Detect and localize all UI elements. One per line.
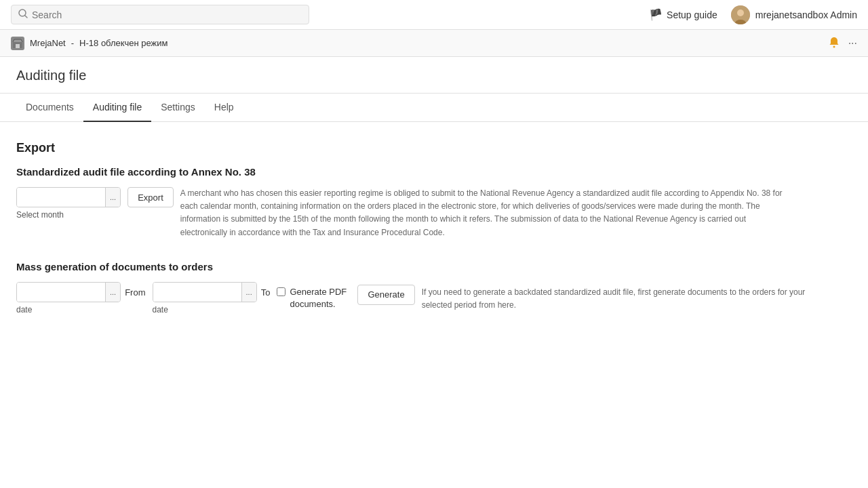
tab-documents[interactable]: Documents (16, 94, 83, 122)
flag-icon: 🏴 (649, 8, 663, 21)
store-bar-right: ··· (828, 36, 857, 51)
to-label: To (261, 282, 271, 298)
setup-guide-label: Setup guide (667, 9, 717, 20)
select-month-label: Select month (16, 210, 121, 220)
to-date-input-wrap: ... date (153, 282, 257, 314)
svg-point-3 (737, 9, 744, 16)
bell-icon[interactable] (828, 36, 840, 51)
setup-guide-link[interactable]: 🏴 Setup guide (649, 8, 717, 21)
top-navbar: 🏴 Setup guide mrejanetsandbox Admin (0, 0, 868, 30)
search-bar[interactable] (11, 5, 309, 24)
month-select-input[interactable]: ... (16, 187, 121, 207)
mass-gen-title: Mass generation of documents to orders (16, 261, 852, 272)
from-date-label: date (16, 305, 121, 314)
store-separator: - (71, 38, 74, 48)
to-date-input[interactable]: ... (153, 282, 257, 302)
svg-rect-6 (16, 44, 20, 48)
export-description: A merchant who has chosen this easier re… (180, 187, 791, 239)
month-select-group: ... Select month (16, 187, 121, 220)
export-row: ... Select month Export A merchant who h… (16, 187, 852, 239)
store-info: MrejaNet - Н-18 облекчен режим (11, 37, 167, 50)
month-picker-button[interactable]: ... (105, 188, 120, 207)
store-icon (11, 37, 24, 50)
mass-gen-row: ... date From ... date To (16, 282, 852, 314)
to-date-label: date (153, 305, 257, 314)
month-input-field[interactable] (17, 188, 105, 207)
store-name: MrejaNet (30, 38, 66, 48)
mass-gen-description: If you need to generate a backdated stan… (422, 282, 829, 312)
svg-line-1 (25, 16, 27, 18)
to-date-field[interactable] (153, 283, 241, 302)
main-content: Export Standardized audit file according… (0, 122, 868, 333)
from-date-field[interactable] (17, 283, 105, 302)
export-section-title: Export (16, 141, 852, 155)
nav-right: 🏴 Setup guide mrejanetsandbox Admin (649, 5, 857, 24)
from-label: From (125, 282, 145, 298)
mass-generation-section: Mass generation of documents to orders .… (16, 261, 852, 314)
export-subsection-title: Standardized audit file according to Ann… (16, 166, 852, 178)
more-icon[interactable]: ··· (848, 37, 857, 49)
tab-auditing-file[interactable]: Auditing file (83, 94, 151, 122)
from-date-picker-button[interactable]: ... (105, 283, 120, 302)
generate-pdf-checkbox[interactable] (277, 287, 285, 296)
tab-settings[interactable]: Settings (151, 94, 205, 122)
to-date-picker-button[interactable]: ... (241, 283, 256, 302)
user-menu[interactable]: mrejanetsandbox Admin (731, 5, 857, 24)
tabs: Documents Auditing file Settings Help (0, 94, 868, 122)
from-date-group: ... date From (16, 282, 146, 314)
from-date-input[interactable]: ... (16, 282, 121, 302)
user-name: mrejanetsandbox Admin (755, 9, 857, 20)
page-header: Auditing file (0, 57, 868, 94)
search-icon (18, 9, 28, 20)
svg-point-7 (833, 45, 835, 47)
avatar (731, 5, 750, 24)
store-mode: Н-18 облекчен режим (79, 38, 167, 48)
search-input[interactable] (32, 9, 302, 20)
export-button[interactable]: Export (127, 187, 174, 207)
store-bar: MrejaNet - Н-18 облекчен режим ··· (0, 30, 868, 57)
page-title: Auditing file (16, 68, 852, 83)
from-date-input-wrap: ... date (16, 282, 121, 314)
generate-button[interactable]: Generate (357, 285, 414, 305)
tab-help[interactable]: Help (205, 94, 243, 122)
generate-pdf-label: Generate PDF documents. (290, 286, 351, 310)
export-section: Export Standardized audit file according… (16, 141, 852, 239)
to-date-group: ... date To (153, 282, 271, 314)
generate-pdf-group[interactable]: Generate PDF documents. (277, 282, 351, 310)
